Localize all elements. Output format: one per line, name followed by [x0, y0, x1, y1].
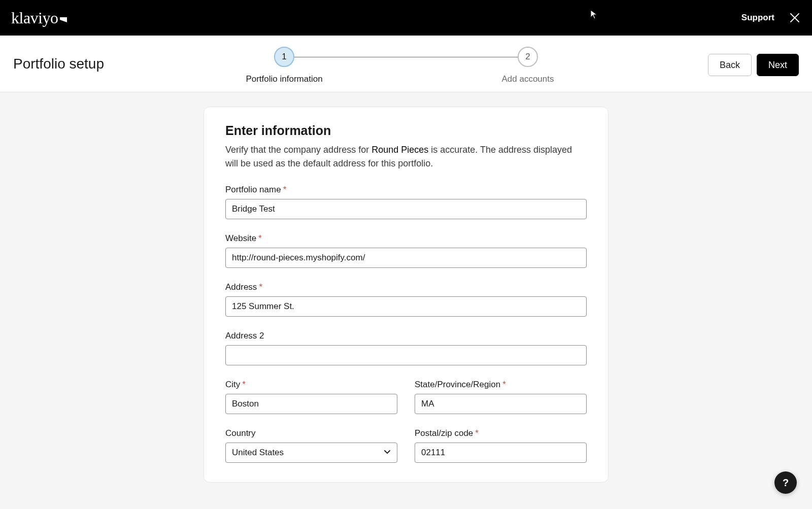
step-2: 2 Add accounts — [518, 47, 538, 67]
required-icon: * — [283, 185, 287, 194]
country-label: Country — [225, 428, 397, 438]
address2-label: Address 2 — [225, 331, 587, 341]
stepper: 1 Portfolio information 2 Add accounts — [274, 47, 538, 82]
main: Enter information Verify that the compan… — [0, 92, 812, 503]
portfolio-name-label: Portfolio name* — [225, 185, 587, 195]
website-label: Website* — [225, 233, 587, 244]
portfolio-name-input[interactable] — [225, 199, 587, 219]
support-link[interactable]: Support — [741, 13, 774, 23]
address-label: Address* — [225, 282, 587, 292]
stepper-line — [293, 57, 519, 57]
klaviyo-logo: klaviyo — [11, 10, 67, 26]
state-label: State/Province/Region* — [415, 380, 587, 390]
country-select[interactable] — [225, 443, 397, 463]
postal-input[interactable] — [415, 443, 587, 463]
card-title: Enter information — [225, 123, 587, 138]
card-description: Verify that the company address for Roun… — [225, 143, 587, 171]
step-2-circle: 2 — [518, 47, 538, 67]
desc-company: Round Pieces — [371, 145, 428, 155]
required-icon: * — [259, 282, 262, 292]
state-input[interactable] — [415, 394, 587, 414]
city-input[interactable] — [225, 394, 397, 414]
required-icon: * — [242, 380, 246, 389]
close-icon[interactable] — [789, 12, 801, 24]
step-2-label: Add accounts — [501, 74, 554, 84]
back-button[interactable]: Back — [708, 54, 752, 76]
address-input[interactable] — [225, 296, 587, 317]
postal-label: Postal/zip code* — [415, 428, 587, 438]
step-1-label: Portfolio information — [246, 74, 322, 84]
next-button[interactable]: Next — [757, 54, 799, 76]
topbar: klaviyo Support — [0, 0, 812, 36]
klaviyo-flag-icon — [60, 11, 67, 18]
required-icon: * — [502, 380, 506, 389]
form-card: Enter information Verify that the compan… — [204, 107, 608, 483]
page-header: Portfolio setup 1 Portfolio information … — [0, 36, 812, 92]
required-icon: * — [258, 233, 262, 243]
page-title: Portfolio setup — [13, 56, 104, 72]
step-1: 1 Portfolio information — [274, 47, 294, 67]
address2-input[interactable] — [225, 345, 587, 365]
city-label: City* — [225, 380, 397, 390]
website-input[interactable] — [225, 248, 587, 268]
help-button[interactable]: ? — [774, 471, 797, 494]
required-icon: * — [475, 428, 479, 438]
desc-prefix: Verify that the company address for — [225, 145, 371, 155]
step-1-circle: 1 — [274, 47, 294, 67]
